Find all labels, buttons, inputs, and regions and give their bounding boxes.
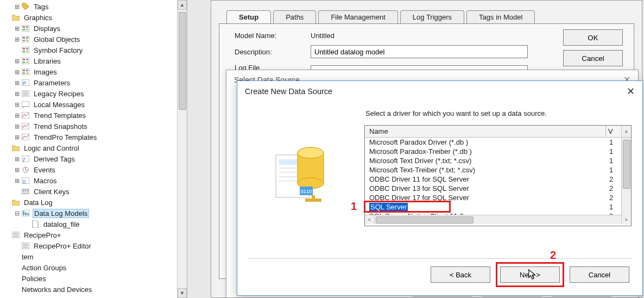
tree-item-data-log-models[interactable]: ⊟Data Log Models [0, 208, 187, 219]
tab-setup[interactable]: Setup [226, 10, 271, 23]
tree-item-trend-templates[interactable]: ⊞Trend Templates [0, 110, 187, 121]
svg-rect-47 [27, 213, 29, 215]
scroll-up-button[interactable]: ▲ [178, 0, 187, 10]
tree-item-macros[interactable]: ⊞{}Macros [0, 175, 187, 186]
driver-header-scroll-up[interactable]: ∧ [621, 126, 631, 137]
tree-item-libraries[interactable]: ⊞Libraries [0, 55, 187, 66]
tree-expander-icon[interactable]: ⊞ [13, 79, 21, 86]
driver-horizontal-scrollbar[interactable]: < > [365, 215, 631, 224]
tree-item-data-log[interactable]: Data Log [0, 197, 187, 208]
tab-log-triggers[interactable]: Log Triggers [400, 10, 464, 23]
svg-rect-9 [26, 40, 28, 41]
tree-item-events[interactable]: ⊞Events [0, 164, 187, 175]
tree-expander-icon[interactable]: ⊞ [13, 58, 21, 65]
grid-icon [21, 67, 30, 76]
tree-item-datalog-file[interactable]: datalog_file [0, 219, 187, 229]
tree-item-displays[interactable]: ⊞Displays [0, 23, 187, 34]
driver-row-microsoft-text-driver-txt-csv-[interactable]: Microsoft Text Driver (*.txt; *.csv)1 [365, 156, 631, 165]
tree-item-recipepro-[interactable]: RecipePro+ [0, 229, 187, 240]
svg-rect-41 [23, 190, 24, 191]
tree-item-policies[interactable]: Policies [0, 273, 187, 284]
datalog-tabs: Setup Paths File Management Log Triggers… [211, 1, 642, 23]
grid-icon [21, 46, 30, 54]
tree-item-graphics[interactable]: Graphics [0, 12, 187, 23]
trend-icon [21, 122, 30, 131]
driver-row-sql-server[interactable]: SQL Server1 [365, 202, 631, 212]
cnds-cancel-button[interactable]: Cancel [570, 266, 629, 283]
param-icon: P [21, 78, 30, 87]
next-button[interactable]: Next > [500, 266, 560, 283]
tree-item-action-groups[interactable]: Action Groups [0, 262, 187, 273]
tree-item-legacy-recipes[interactable]: ⊞Legacy Recipes [0, 88, 187, 99]
tree-expander-icon[interactable]: ⊞ [13, 177, 21, 184]
project-explorer-tree[interactable]: ⊞TagsGraphics⊞Displays⊞Global ObjectsSym… [0, 0, 187, 298]
tree-expander-icon[interactable]: ⊞ [13, 166, 21, 173]
tab-tags-in-model[interactable]: Tags in Model [466, 10, 535, 23]
create-new-data-source-dialog: Create New Data Source ✕ 0110 [237, 80, 643, 296]
driver-hscroll-left[interactable]: < [365, 215, 375, 225]
tree-item-trend-snapshots[interactable]: ⊞Trend Snapshots [0, 121, 187, 132]
tree-item-global-objects[interactable]: ⊞Global Objects [0, 34, 187, 45]
svg-rect-16 [23, 59, 25, 60]
tree-expander-icon[interactable]: ⊞ [13, 69, 21, 76]
svg-rect-42 [25, 190, 26, 191]
description-input[interactable] [311, 45, 528, 58]
tab-paths[interactable]: Paths [273, 10, 316, 23]
scroll-down-button[interactable]: ▼ [178, 288, 187, 298]
driver-hscroll-right[interactable]: > [621, 215, 631, 225]
tree-vertical-scrollbar[interactable]: ▲ ▼ [177, 0, 187, 298]
svg-rect-15 [22, 58, 29, 64]
svg-rect-69 [312, 195, 315, 201]
svg-rect-19 [26, 61, 28, 63]
tree-expander-icon[interactable]: ⊞ [13, 123, 21, 130]
driver-row-odbc-driver-11-for-sql-server[interactable]: ODBC Driver 11 for SQL Server2 [365, 175, 631, 184]
svg-rect-20 [22, 69, 29, 75]
tree-item-logic-and-control[interactable]: Logic and Control [0, 142, 187, 153]
tree-item-images[interactable]: ⊞Images [0, 66, 187, 77]
tree-expander-icon[interactable]: ⊞ [13, 156, 21, 163]
driver-col-version-header[interactable]: V [606, 126, 621, 137]
tree-item-label: RecipePro+ [23, 231, 62, 239]
driver-row-microsoft-paradox-treiber-db-[interactable]: Microsoft Paradox-Treiber (*.db )1 [365, 147, 631, 156]
ok-button[interactable]: OK [563, 29, 623, 46]
tree-expander-icon[interactable]: ⊟ [13, 210, 21, 217]
driver-row-sql-server-native-client-11-0[interactable]: SQL Server Native Client 11.02 [365, 212, 631, 215]
folder-icon [11, 144, 21, 152]
driver-row-odbc-driver-13-for-sql-server[interactable]: ODBC Driver 13 for SQL Server2 [365, 184, 631, 193]
back-button[interactable]: < Back [431, 266, 490, 283]
tree-item-tags[interactable]: ⊞Tags [0, 1, 187, 12]
tree-item-recipepro-editor[interactable]: RecipePro+ Editor [0, 240, 187, 251]
tree-item-derived-tags[interactable]: ⊞ƒDerived Tags [0, 153, 187, 164]
tree-expander-icon[interactable]: ⊞ [13, 101, 21, 108]
tab-file-management[interactable]: File Management [318, 10, 397, 23]
tree-item-trendpro-templates[interactable]: ⊞TrendPro Templates [0, 132, 187, 142]
tree-expander-icon[interactable]: ⊞ [13, 90, 21, 97]
tree-item-parameters[interactable]: ⊞PParameters [0, 77, 187, 88]
driver-col-name-header[interactable]: Name [365, 126, 606, 137]
driver-row-microsoft-paradox-driver-db-[interactable]: Microsoft Paradox Driver (*.db )1 [365, 138, 631, 147]
tree-expander-icon[interactable]: ⊞ [13, 134, 21, 141]
cnds-close-icon[interactable]: ✕ [627, 85, 635, 97]
driver-vscroll-thumb[interactable] [623, 140, 630, 189]
scroll-thumb[interactable] [179, 12, 186, 110]
driver-hscroll-thumb[interactable] [376, 216, 473, 223]
tree-item-symbol-factory[interactable]: Symbol Factory [0, 45, 187, 55]
tree-expander-icon[interactable]: ⊞ [13, 36, 21, 43]
tree-item-tem[interactable]: tem [0, 251, 187, 262]
wizard-image: 0110 [248, 106, 357, 242]
tree-item-networks-and-devices[interactable]: Networks and Devices [0, 284, 187, 295]
tree-expander-icon[interactable]: ⊞ [13, 3, 21, 10]
driver-row-microsoft-text-treiber-txt-csv-[interactable]: Microsoft Text-Treiber (*.txt; *.csv)1 [365, 165, 631, 175]
driver-list[interactable]: Name V ∧ Microsoft Paradox Driver (*.db … [364, 125, 632, 226]
tree-item-label: Trend Templates [33, 111, 87, 120]
cancel-button[interactable]: Cancel [563, 50, 623, 66]
database-document-icon: 0110 [273, 139, 332, 209]
driver-vertical-scrollbar[interactable] [621, 138, 631, 216]
tree-item-client-keys[interactable]: Client Keys [0, 186, 187, 197]
tree-expander-icon[interactable]: ⊞ [13, 112, 21, 119]
tree-item-local-messages[interactable]: ⊞Local Messages [0, 99, 187, 110]
grid-icon [21, 24, 30, 33]
driver-row-odbc-driver-17-for-sql-server[interactable]: ODBC Driver 17 for SQL Server2 [365, 193, 631, 202]
macro-icon: {} [21, 176, 30, 185]
tree-expander-icon[interactable]: ⊞ [13, 25, 21, 32]
